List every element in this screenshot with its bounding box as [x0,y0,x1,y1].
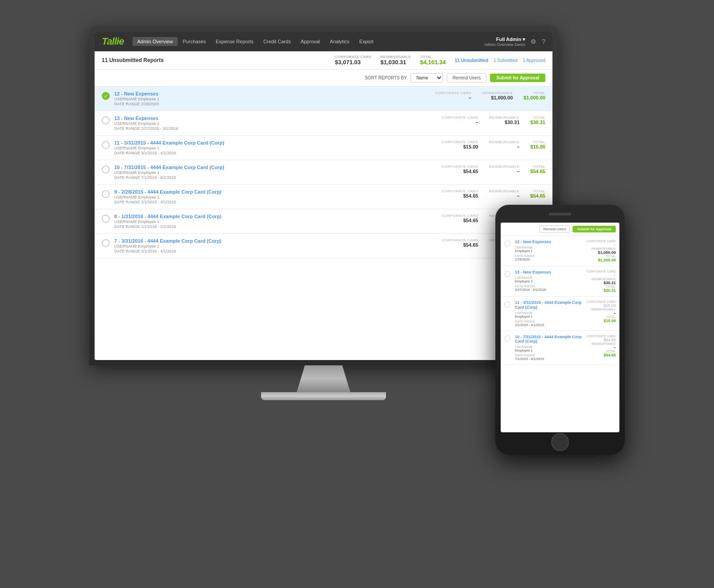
row-info-12: 12 - New Expenses USERNAME Employee 1 DA… [114,91,435,106]
total-value-10: $54.65 [530,169,545,174]
corporate-card-stat: CORPORATE CARD $3,071.03 [335,55,372,66]
app-logo[interactable]: Tallie [102,36,124,47]
reimb-label: REIMBURSABLE [489,116,520,120]
total-label: TOTAL [530,140,545,144]
sort-dropdown[interactable]: Name Date Amount [411,73,443,83]
tablet-row-info-3: 10 - 7/31/2015 - 4444 Example Corp Card … [515,335,585,361]
user-name[interactable]: Full Admin ▾ [484,37,525,42]
total-value-11: $15.00 [530,144,545,149]
tablet-submit-button[interactable]: Submit for Approval [573,226,616,232]
nav-approval[interactable]: Approval [296,37,324,46]
row-checkbox-7[interactable] [102,239,110,247]
tablet-device: Remind Users Submit for Approval 12 - Ne… [495,205,625,455]
row-total-col-11: TOTAL $15.00 [530,140,545,149]
row-title-12: 12 - New Expenses [114,91,435,96]
submit-approval-button[interactable]: Submit for Approval [490,74,545,82]
reimb-value-10: – [489,169,520,174]
expense-row-12[interactable]: ✓ 12 - New Expenses USERNAME Employee 1 … [95,87,552,111]
tablet-row-info-0: 12 - New Expenses USERNAME Employee 1 DA… [515,240,585,262]
gear-icon[interactable]: ⚙ [531,38,536,45]
total-stat: TOTAL $4,101.34 [420,55,446,66]
total-value-13: $30.31 [530,120,545,125]
nav-export[interactable]: Export [355,37,378,46]
app-header: Tallie Admin Overview Purchases Expense … [95,32,552,51]
status-submitted[interactable]: 1 Submitted [494,58,517,63]
row-username-10: USERNAME Employee 1 [114,170,442,175]
tablet-checkbox-2[interactable] [504,301,511,307]
row-total-col-9: TOTAL $54.65 [530,189,545,199]
row-title-10: 10 - 7/31/2015 - 4444 Example Corp Card … [114,165,442,170]
row-username-13: USERNAME Employee 2 [114,121,442,126]
corp-value-8: $54.65 [442,218,478,223]
remind-users-button[interactable]: Remind Users [447,73,486,83]
reimbursable-value: $1,030.31 [380,59,411,66]
status-approved[interactable]: 1 Approved [523,58,545,63]
total-label: TOTAL [530,116,545,120]
reimb-value-13: $30.31 [489,120,520,125]
row-corp-col-8: CORPORATE CARD $54.65 [442,214,478,223]
nav-purchases[interactable]: Purchases [178,37,211,46]
nav-credit-cards[interactable]: Credit Cards [259,37,295,46]
expense-row-8[interactable]: 8 - 1/31/2016 - 4444 Example Corp Card (… [95,209,552,234]
row-checkbox-9[interactable] [102,190,110,198]
corp-value-7: $54.65 [442,242,478,248]
nav-admin-overview[interactable]: Admin Overview [133,37,177,46]
expense-list: ✓ 12 - New Expenses USERNAME Employee 1 … [95,87,552,360]
tablet-row-3[interactable]: 10 - 7/31/2015 - 4444 Example Corp Card … [501,331,619,365]
monitor-screen: Tallie Admin Overview Purchases Expense … [95,32,552,360]
tablet-checkbox-1[interactable] [504,271,511,277]
row-reimb-col-10: REIMBURSABLE – [489,165,520,174]
row-username-7: USERNAME Employee 1 [114,244,442,248]
tablet-checkbox-0[interactable] [504,240,511,247]
row-checkbox-12[interactable]: ✓ [102,92,110,100]
reimb-label: REIMBURSABLE [489,140,520,144]
row-daterange-11: DATE RANGE 3/1/2015 - 4/1/2015 [114,151,442,155]
row-username-12: USERNAME Employee 1 [114,97,435,101]
status-unsubmitted[interactable]: 11 Unsubmitted [455,58,488,63]
tablet-amounts-1: CORPORATE CARD – REIMBURSABLE $30.31 TOT… [586,270,616,293]
scene: Tallie Admin Overview Purchases Expense … [89,26,625,562]
summary-stats: CORPORATE CARD $3,071.03 REIMBURSABLE $1… [335,55,446,66]
reimbursable-label: REIMBURSABLE [380,55,411,59]
row-checkbox-10[interactable] [102,166,110,174]
tablet-screen: Remind Users Submit for Approval 12 - Ne… [501,223,619,432]
corp-label: CORPORATE CARD [442,165,478,169]
expense-row-7[interactable]: 7 - 3/31/2016 - 4444 Example Corp Card (… [95,234,552,258]
row-daterange-13: DATE RANGE 2/27/2016 - 3/1/2016 [114,126,442,131]
expense-row-9[interactable]: 9 - 2/28/2015 - 4444 Example Corp Card (… [95,185,552,209]
tablet-amounts-0: CORPORATE CARD – REIMBURSABLE $1,000.00 … [586,240,616,262]
row-info-9: 9 - 2/28/2015 - 4444 Example Corp Card (… [114,189,442,204]
expense-row-13[interactable]: 13 - New Expenses USERNAME Employee 2 DA… [95,111,552,136]
tablet-checkbox-3[interactable] [504,335,511,342]
tablet-amounts-2: CORPORATE CARD $15.00 REIMBURSABLE – TOT… [586,300,616,327]
help-icon[interactable]: ? [542,38,545,45]
row-title-13: 13 - New Expenses [114,116,442,121]
tablet-row-0[interactable]: 12 - New Expenses USERNAME Employee 1 DA… [501,236,619,266]
row-checkbox-13[interactable] [102,116,110,124]
tablet-frame: Remind Users Submit for Approval 12 - Ne… [495,205,625,455]
row-checkbox-8[interactable] [102,215,110,223]
expense-row-11[interactable]: 11 - 3/31/2015 - 4444 Example Corp Card … [95,136,552,160]
tablet-remind-button[interactable]: Remind Users [540,225,570,233]
row-checkbox-11[interactable] [102,141,110,149]
row-total-col-13: TOTAL $30.31 [530,116,545,125]
tablet-row-2[interactable]: 11 - 3/31/2015 - 4444 Example Corp Card … [501,297,619,331]
row-reimb-col-11: REIMBURSABLE – [489,140,520,149]
reimb-label: REIMBURSABLE [482,91,513,95]
corp-value-9: $54.65 [442,193,478,199]
row-amounts-10: CORPORATE CARD $54.65 REIMBURSABLE – TOT… [442,165,545,174]
total-label: TOTAL [420,55,446,59]
expense-row-10[interactable]: 10 - 7/31/2015 - 4444 Example Corp Card … [95,160,552,185]
user-info: Full Admin ▾ Admin Overview Demo [484,37,525,47]
tablet-row-title-0: 12 - New Expenses [515,240,585,244]
tablet-row-1[interactable]: 13 - New Expenses USERNAME Employee 2 DA… [501,266,619,297]
nav-analytics[interactable]: Analytics [325,37,354,46]
corp-label: CORPORATE CARD [442,214,478,218]
tablet-row-info-1: 13 - New Expenses USERNAME Employee 2 DA… [515,270,585,293]
nav-expense-reports[interactable]: Expense Reports [212,37,258,46]
row-info-7: 7 - 3/31/2016 - 4444 Example Corp Card (… [114,238,442,253]
status-tabs: 11 Unsubmitted 1 Submitted 1 Approved [455,58,545,63]
header-right: Full Admin ▾ Admin Overview Demo ⚙ ? [484,37,545,47]
monitor-stand-neck [297,365,350,392]
user-subtitle: Admin Overview Demo [484,42,525,47]
